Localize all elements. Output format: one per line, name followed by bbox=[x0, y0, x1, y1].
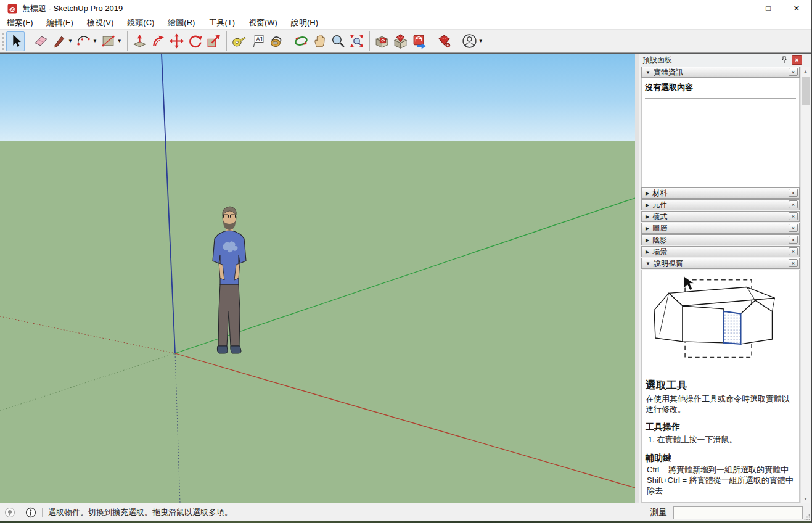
default-tray-panel: 預設面板 × ▼ 實體資訊 × 沒有選取內容 ▶ 材料 × ▶ bbox=[639, 53, 812, 503]
menu-file[interactable]: 檔案(F) bbox=[0, 16, 40, 30]
section-instructor-label: 說明視窗 bbox=[654, 258, 683, 269]
menu-window[interactable]: 視窗(W) bbox=[242, 16, 284, 30]
instructor-tool-title: 選取工具 bbox=[646, 378, 797, 392]
instructor-modifiers-heading: 輔助鍵 bbox=[646, 453, 797, 464]
instructor-body: 選取工具 在使用其他操作工具或命令時選取實體以進行修改。 工具操作 1. 在實體… bbox=[641, 270, 800, 503]
section-materials[interactable]: ▶ 材料 × bbox=[641, 187, 800, 199]
section-components[interactable]: ▶ 元件 × bbox=[641, 199, 800, 210]
instructor-description: 在使用其他操作工具或命令時選取實體以進行修改。 bbox=[646, 393, 797, 414]
zoom-extents-tool-button[interactable] bbox=[348, 31, 366, 51]
tray-title: 預設面板 bbox=[642, 55, 672, 65]
eraser-icon bbox=[33, 33, 49, 49]
extension-warehouse-icon bbox=[393, 33, 408, 49]
section-layers[interactable]: ▶ 圖層 × bbox=[641, 223, 800, 234]
measurements-input[interactable] bbox=[673, 506, 803, 519]
modeling-viewport[interactable] bbox=[0, 53, 635, 503]
expanded-arrow-icon: ▼ bbox=[646, 261, 650, 266]
axes-and-figure-layer bbox=[0, 54, 635, 503]
pushpull-tool-button[interactable] bbox=[131, 31, 149, 51]
collapsed-arrow-icon: ▶ bbox=[646, 249, 649, 255]
extension-manager-button[interactable] bbox=[435, 31, 454, 51]
arc-tool-dropdown[interactable]: ▼ bbox=[92, 38, 97, 44]
section-scenes[interactable]: ▶ 場景 × bbox=[641, 246, 800, 257]
account-avatar-icon bbox=[462, 33, 477, 49]
green-axis-negative bbox=[0, 353, 175, 411]
text-annotation-icon: A1 bbox=[250, 33, 265, 49]
rotate-tool-button[interactable] bbox=[186, 31, 205, 51]
section-scenes-label: 場景 bbox=[652, 247, 667, 257]
blue-axis-negative bbox=[175, 353, 180, 503]
section-close-icon[interactable]: × bbox=[789, 68, 798, 76]
section-close-icon[interactable]: × bbox=[789, 247, 798, 255]
zoom-extents-icon bbox=[349, 33, 364, 49]
collapsed-arrow-icon: ▶ bbox=[646, 214, 649, 220]
zoom-tool-button[interactable] bbox=[329, 31, 348, 51]
section-close-icon[interactable]: × bbox=[789, 224, 798, 232]
scroll-down-icon[interactable]: ▼ bbox=[801, 494, 810, 503]
scroll-up-icon[interactable]: ▲ bbox=[801, 67, 810, 76]
orbit-tool-button[interactable] bbox=[292, 31, 311, 51]
scale-tool-button[interactable] bbox=[205, 31, 223, 51]
tray-title-bar[interactable]: 預設面板 × bbox=[639, 54, 810, 67]
toolbar-separator bbox=[226, 31, 227, 51]
info-icon[interactable] bbox=[25, 507, 36, 518]
menu-view[interactable]: 檢視(V) bbox=[80, 16, 120, 30]
scrollbar-thumb[interactable] bbox=[802, 77, 810, 105]
highlighted-face bbox=[724, 311, 740, 344]
menu-draw[interactable]: 繪圖(R) bbox=[161, 16, 202, 30]
panel-divider[interactable] bbox=[635, 53, 639, 503]
pin-icon[interactable] bbox=[779, 55, 789, 65]
3d-warehouse-button[interactable] bbox=[373, 31, 392, 51]
select-tool-button[interactable] bbox=[6, 31, 25, 51]
blue-axis bbox=[162, 54, 175, 353]
measurements-area: 測量 bbox=[633, 503, 803, 522]
line-tool-button[interactable] bbox=[50, 31, 68, 51]
text-tool-button[interactable]: A1 bbox=[248, 31, 267, 51]
maximize-button[interactable]: □ bbox=[754, 0, 782, 17]
toolbar-separator bbox=[28, 31, 28, 51]
line-tool-dropdown[interactable]: ▼ bbox=[68, 38, 73, 44]
section-materials-label: 材料 bbox=[652, 188, 667, 199]
followme-tool-button[interactable] bbox=[149, 31, 168, 51]
figure-pants bbox=[218, 284, 240, 346]
section-shadows[interactable]: ▶ 陰影 × bbox=[641, 234, 800, 245]
rectangle-tool-dropdown[interactable]: ▼ bbox=[117, 38, 122, 44]
extension-warehouse-button[interactable] bbox=[392, 31, 410, 51]
section-instructor[interactable]: ▼ 說明視窗 × bbox=[641, 258, 800, 269]
menu-edit[interactable]: 編輯(E) bbox=[40, 16, 80, 30]
menu-tools[interactable]: 工具(T) bbox=[202, 16, 242, 30]
section-close-icon[interactable]: × bbox=[789, 259, 798, 267]
eraser-tool-button[interactable] bbox=[31, 31, 50, 51]
section-close-icon[interactable]: × bbox=[789, 212, 798, 220]
close-button[interactable]: ✕ bbox=[782, 0, 811, 17]
tray-scrollbar[interactable]: ▲ ▼ bbox=[800, 67, 810, 503]
red-axis-negative bbox=[0, 316, 175, 353]
tray-close-button[interactable]: × bbox=[792, 55, 802, 65]
menu-help[interactable]: 說明(H) bbox=[284, 16, 325, 30]
account-button[interactable] bbox=[461, 31, 479, 51]
arc-icon bbox=[76, 33, 91, 49]
section-close-icon[interactable]: × bbox=[789, 236, 798, 244]
account-dropdown[interactable]: ▼ bbox=[478, 38, 483, 44]
toolbar-separator bbox=[127, 31, 128, 51]
toolbar-drag-handle[interactable] bbox=[2, 33, 4, 50]
share-model-button[interactable] bbox=[410, 31, 429, 51]
collapsed-arrow-icon: ▶ bbox=[646, 237, 649, 243]
tape-measure-tool-button[interactable] bbox=[230, 31, 248, 51]
rectangle-tool-button[interactable] bbox=[99, 31, 118, 51]
menu-camera[interactable]: 鏡頭(C) bbox=[120, 16, 161, 30]
minimize-button[interactable]: — bbox=[726, 0, 754, 17]
geolocation-icon[interactable] bbox=[4, 507, 15, 518]
section-styles[interactable]: ▶ 樣式 × bbox=[641, 211, 800, 222]
section-styles-label: 樣式 bbox=[652, 212, 667, 222]
section-close-icon[interactable]: × bbox=[789, 200, 798, 208]
pan-tool-button[interactable] bbox=[311, 31, 329, 51]
move-tool-button[interactable] bbox=[168, 31, 186, 51]
arc-tool-button[interactable] bbox=[75, 31, 93, 51]
resize-grip[interactable] bbox=[804, 514, 810, 520]
sketchup-window: 無標題 - SketchUp Pro 2019 — □ ✕ 檔案(F) 編輯(E… bbox=[0, 0, 812, 523]
paint-bucket-tool-button[interactable] bbox=[267, 31, 285, 51]
entity-info-body: 沒有選取內容 bbox=[641, 78, 800, 187]
section-close-icon[interactable]: × bbox=[789, 189, 798, 197]
section-entity-info[interactable]: ▼ 實體資訊 × bbox=[641, 67, 800, 78]
